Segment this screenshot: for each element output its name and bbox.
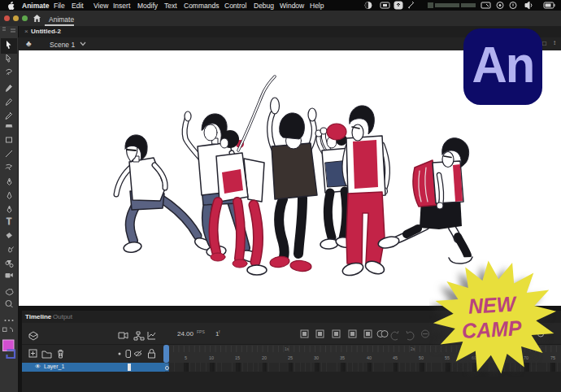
svg-text:1s: 1s: [285, 346, 289, 351]
svg-text:CAMP: CAMP: [461, 316, 523, 342]
svg-text:f: f: [219, 329, 220, 334]
svg-text:FPS: FPS: [197, 329, 205, 334]
svg-text:2s: 2s: [411, 346, 415, 351]
svg-text:24.00: 24.00: [177, 330, 194, 338]
svg-text:NEW: NEW: [468, 292, 518, 318]
svg-text:T: T: [7, 217, 11, 226]
